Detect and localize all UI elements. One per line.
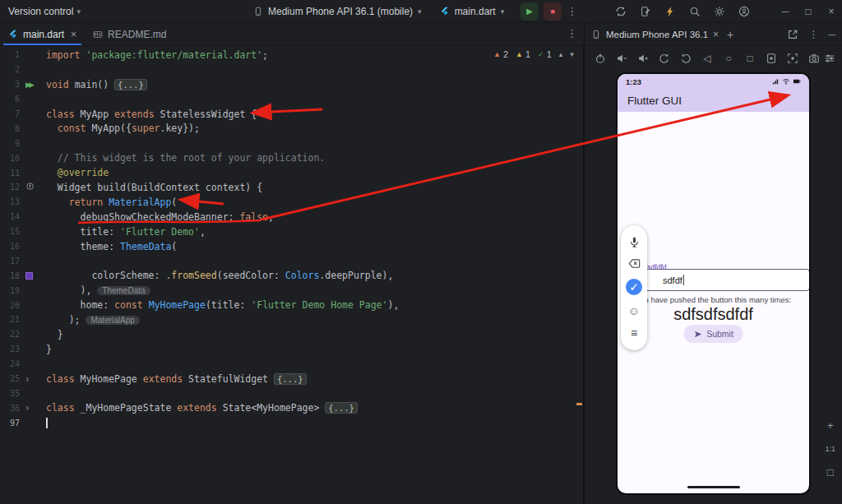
fold-icon[interactable]: › xyxy=(25,375,29,383)
home-icon[interactable]: ○ xyxy=(721,53,736,64)
code-line[interactable]: 24 xyxy=(0,357,583,372)
backspace-icon[interactable] xyxy=(628,257,641,270)
version-control-widget[interactable]: Version control ▾ xyxy=(8,6,81,17)
code-line[interactable]: 19 ), ThemeData xyxy=(0,283,583,298)
device-selector[interactable]: Medium Phone API 36.1 (mobile) xyxy=(268,6,413,17)
open-window-icon[interactable] xyxy=(787,29,798,40)
override-icon[interactable] xyxy=(25,182,35,193)
code-line[interactable]: 13 return MaterialApp( xyxy=(0,195,583,210)
code-line[interactable]: 9 xyxy=(0,136,583,150)
camera-icon[interactable] xyxy=(807,53,821,64)
code-line[interactable]: 17 xyxy=(0,253,583,268)
code-text: import 'package:flutter/material.dart'; xyxy=(46,49,268,61)
code-text: home: const MyHomePage(title: 'Flutter D… xyxy=(46,299,399,311)
toolbar-right-icons xyxy=(615,6,750,17)
code-line[interactable]: 20 home: const MyHomePage(title: 'Flutte… xyxy=(0,298,583,312)
minimize-icon[interactable]: ─ xyxy=(780,6,791,17)
zoom-fit-label[interactable]: 1:1 xyxy=(825,445,835,453)
code-line[interactable]: 12 Widget build(BuildContext context) { xyxy=(0,180,583,195)
device-edit-icon[interactable] xyxy=(640,6,651,17)
add-device-tab-button[interactable]: + xyxy=(727,28,733,41)
code-editor[interactable]: 1import 'package:flutter/material.dart';… xyxy=(0,46,584,504)
close-icon[interactable]: × xyxy=(71,29,76,40)
code-line[interactable]: 35 xyxy=(0,386,583,400)
color-swatch[interactable] xyxy=(25,272,33,280)
rotate-right-icon[interactable] xyxy=(678,53,693,64)
more-vert-icon[interactable]: ⋮ xyxy=(808,29,818,40)
code-line[interactable]: 36›class _MyHomePageState extends State<… xyxy=(0,400,583,415)
device-tab[interactable]: Medium Phone API 36.1 × xyxy=(591,29,719,40)
editor-tab-readme-md[interactable]: README.md xyxy=(85,23,174,45)
close-icon[interactable]: × xyxy=(826,6,837,17)
gesture-navigation-bar[interactable] xyxy=(687,486,740,488)
search-icon[interactable] xyxy=(689,6,701,17)
settings-icon[interactable] xyxy=(714,6,725,17)
folded-code-chip[interactable]: {...} xyxy=(325,402,358,414)
avatar-icon[interactable] xyxy=(738,6,750,17)
more-vert-icon[interactable]: ⋮ xyxy=(567,5,577,17)
smiley-icon[interactable]: ☺ xyxy=(628,304,640,317)
bolt-icon[interactable] xyxy=(664,6,676,17)
emulator-screen[interactable]: 1:23 Flutter GUI sdfsdfdfd sdfdf ✓☺≡ You… xyxy=(616,72,811,495)
text-input-field[interactable]: sdfdf xyxy=(629,269,810,291)
close-icon[interactable]: × xyxy=(713,29,719,40)
folded-code-chip[interactable]: {...} xyxy=(274,373,307,385)
run-button[interactable]: ▶ xyxy=(520,2,539,21)
editor-caret xyxy=(46,418,48,428)
error-badge[interactable]: ▲2 xyxy=(493,49,508,59)
code-line[interactable]: 16 theme: ThemeData( xyxy=(0,239,583,254)
screenshot-icon[interactable] xyxy=(785,53,800,64)
code-line[interactable]: 18 colorScheme: .fromSeed(seedColor: Col… xyxy=(0,268,583,283)
code-line[interactable]: 23} xyxy=(0,342,583,357)
back-icon[interactable]: ◁ xyxy=(700,53,715,64)
code-line[interactable]: 21 ); MaterialApp xyxy=(0,312,583,327)
code-line[interactable]: 8 const MyApp({super.key}); xyxy=(0,121,583,136)
zoom-reset-button[interactable]: □ xyxy=(827,466,834,479)
code-line[interactable]: 2 xyxy=(0,62,583,77)
fold-icon[interactable]: › xyxy=(25,404,29,412)
code-line[interactable]: 22 } xyxy=(0,327,583,342)
run-config-selector[interactable]: main.dart xyxy=(455,6,496,17)
code-line[interactable]: 3▶▶void main() {...} xyxy=(0,77,583,92)
stop-button[interactable]: ■ xyxy=(544,2,562,21)
maximize-icon[interactable]: □ xyxy=(803,6,814,17)
folded-code-chip[interactable]: {...} xyxy=(114,79,147,90)
next-inspection-button[interactable]: ▾ xyxy=(570,50,574,58)
sliders-icon[interactable] xyxy=(822,53,837,64)
code-line[interactable]: 10 // This widget is the root of your ap… xyxy=(0,150,583,165)
code-line[interactable]: 25›class MyHomePage extends StatefulWidg… xyxy=(0,372,583,386)
editor-tabs-more-icon[interactable]: ⋮ xyxy=(567,27,577,39)
main-toolbar: Version control ▾ Medium Phone API 36.1 … xyxy=(0,0,842,23)
line-number: 6 xyxy=(0,95,20,104)
code-line[interactable]: 14 debugShowCheckedModeBanner: false, xyxy=(0,210,583,224)
mic-icon[interactable] xyxy=(628,236,641,248)
code-line[interactable]: 11 @override xyxy=(0,165,583,180)
code-line[interactable]: 7class MyApp extends StatelessWidget { xyxy=(0,107,583,122)
overview-icon[interactable]: □ xyxy=(743,53,757,64)
version-control-label: Version control xyxy=(8,6,73,17)
submit-button[interactable]: Submit xyxy=(683,325,743,343)
power-icon[interactable] xyxy=(593,53,608,64)
zoom-in-button[interactable]: + xyxy=(827,419,834,432)
record-icon[interactable] xyxy=(764,53,779,64)
warning-badge[interactable]: ▲1 xyxy=(516,49,530,59)
prev-inspection-button[interactable]: ▴ xyxy=(559,50,563,58)
sync-icon[interactable] xyxy=(615,6,627,17)
code-line[interactable]: 97 xyxy=(0,415,583,430)
line-number: 12 xyxy=(0,183,20,192)
line-number: 19 xyxy=(0,286,20,295)
run-icon[interactable]: ▶▶ xyxy=(25,81,32,89)
code-line[interactable]: 15 title: 'Flutter Demo', xyxy=(0,224,583,239)
menu-icon[interactable]: ≡ xyxy=(631,326,637,340)
editor-tab-main-dart[interactable]: main.dart× xyxy=(0,23,85,45)
rotate-left-icon[interactable] xyxy=(657,53,672,64)
code-line[interactable]: 6 xyxy=(0,92,583,107)
volume-down-icon[interactable] xyxy=(614,53,629,64)
check-icon[interactable]: ✓ xyxy=(626,279,642,295)
passed-badge[interactable]: ✓1 xyxy=(538,49,552,59)
send-icon xyxy=(693,330,702,339)
volume-up-icon[interactable] xyxy=(636,53,650,64)
inspections-widget[interactable]: ▲2▲1✓1▴▾ xyxy=(493,49,574,59)
hide-icon[interactable]: ─ xyxy=(828,29,835,40)
code-text: } xyxy=(46,329,63,340)
